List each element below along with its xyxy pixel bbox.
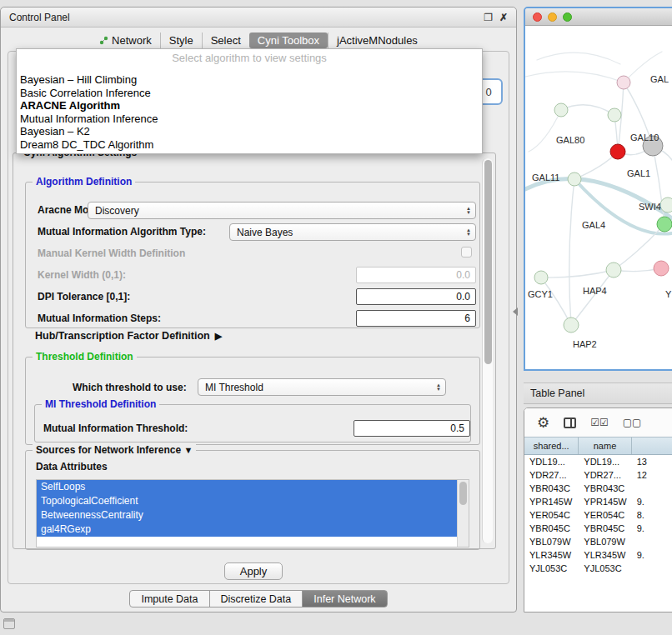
desktop: { "window": { "title": "Control Panel" }… [0,0,672,635]
column-header-name[interactable]: name [579,438,631,454]
network-canvas[interactable]: GALGAL80GAL10GAL11GAL1SWI4GAL4GCY1HAP4YH… [525,26,672,369]
minimize-traffic-light-icon[interactable] [548,12,557,22]
table-row[interactable]: YER054CYER054C8. [524,508,672,522]
node-pink-right[interactable] [654,261,669,276]
scrollbar-thumb[interactable] [484,160,492,364]
attribute-item-betweennesscentrality[interactable]: BetweennessCentrality [37,508,457,522]
table-row[interactable]: YDR27...YDR27...12 [524,468,672,482]
table-row[interactable]: YPR145WYPR145W9. [524,495,672,508]
mi-type-select[interactable]: Naive Bayes ▲▼ [229,223,476,241]
table-panel-title: Table Panel [530,388,584,399]
attribute-item-topologicalcoefficient[interactable]: TopologicalCoefficient [37,494,457,508]
network-edge [537,52,620,64]
table-cell: 9. [632,522,672,535]
table-cell: YBR043C [579,482,631,495]
bottom-tab-discretize-data[interactable]: Discretize Data [209,590,303,608]
tab-network[interactable]: Network [91,32,160,48]
table-cell: YJL053C [579,562,631,575]
node-green-2[interactable] [608,108,621,122]
network-window-titlebar [525,8,672,26]
table-row[interactable]: YJL053CYJL053C [524,562,672,575]
aracne-mode-value: Discovery [95,205,139,217]
kernel-width-field[interactable]: 0.0 [356,267,476,283]
tab-style[interactable]: Style [160,32,202,48]
network-edge [525,178,672,218]
tab-label: Network [112,34,152,47]
table-row[interactable]: YBR045CYBR045C9. [524,522,672,535]
bottom-tab-impute-data[interactable]: Impute Data [129,590,209,608]
tab-select[interactable]: Select [202,32,249,48]
algorithm-option-dream8-dc-tdc-algorithm[interactable]: Dream8 DC_TDC Algorithm [17,138,482,152]
tab-cyni-toolbox[interactable]: Cyni Toolbox [249,32,328,48]
which-threshold-select[interactable]: MI Threshold ▲▼ [198,378,446,396]
node-label-gal: GAL [650,74,669,84]
node-label-gal80: GAL80 [556,135,584,145]
node-green-1[interactable] [554,103,568,117]
table-cell: YLR345W [524,548,579,562]
restore-panel-icon[interactable] [3,618,15,629]
attribute-item-selfloops[interactable]: SelfLoops [37,480,457,494]
node-label-gal1: GAL1 [627,168,650,178]
zoom-traffic-light-icon[interactable] [563,12,572,22]
collapse-arrow-icon: ▼ [183,445,193,455]
network-edge [525,72,624,82]
algorithm-option-mutual-information-inference[interactable]: Mutual Information Inference [17,112,482,126]
mi-steps-field[interactable]: 6 [356,310,476,327]
node-green-mid[interactable] [606,262,621,278]
table-row[interactable]: YDL19...YDL19...13 [524,455,672,468]
algorithm-option-bayesian-k2[interactable]: Bayesian – K2 [17,125,482,138]
gear-icon[interactable]: ⚙ [537,414,549,432]
tab-jactivemnodules[interactable]: jActiveMNodules [328,32,426,48]
table-cell: 9. [632,548,672,562]
table-cell: YBR043C [524,482,579,495]
node-green-left[interactable] [534,271,548,284]
settings-scrollbar[interactable] [482,158,493,543]
node-red[interactable] [610,144,625,159]
algorithm-option-aracne-algorithm[interactable]: ARACNE Algorithm [17,99,482,112]
mi-threshold-group: MI Threshold Definition Mutual Informati… [34,404,471,442]
deselect-all-icon[interactable]: ▢▢ [623,417,642,428]
close-traffic-light-icon[interactable] [533,12,542,22]
data-attributes-list: SelfLoopsTopologicalCoefficientBetweenne… [36,479,469,548]
node-label-gal4: GAL4 [582,220,605,230]
mi-threshold-value: 0.5 [450,422,464,434]
spinner-value: 0 [485,86,491,98]
hub-definition-toggle[interactable]: Hub/Transcription Factor Definition ▶ [35,330,222,342]
node-green-bottom[interactable] [564,318,579,332]
kernel-width-value: 0.0 [456,269,470,281]
table-cell: YBR045C [579,522,631,535]
algorithm-option-basic-correlation-inference[interactable]: Basic Correlation Inference [17,87,482,100]
float-window-icon[interactable]: ❐ [484,12,493,23]
bottom-tab-infer-network[interactable]: Infer Network [302,590,387,608]
table-cell: YLR345W [579,548,631,562]
sources-group-toggle[interactable]: Sources for Network Inference ▼ [33,444,196,456]
splitter-collapse-arrow[interactable] [513,308,518,316]
node-green-swi4[interactable] [660,198,672,212]
mi-type-label: Mutual Information Algorithm Type: [38,226,206,238]
table-cell: YDR27... [579,468,631,482]
algorithm-option-bayesian-hill-climbing[interactable]: Bayesian – Hill Climbing [17,73,482,87]
table-row[interactable]: YBL079WYBL079W [524,535,672,548]
attributes-scrollbar[interactable] [457,480,469,547]
apply-button[interactable]: Apply [224,562,283,580]
table-row[interactable]: YBR043CYBR043C [524,482,672,495]
node-pink-top[interactable] [617,76,630,89]
close-window-icon[interactable]: ✗ [499,12,508,23]
select-all-icon[interactable]: ☑☑ [590,417,609,428]
table-row[interactable]: YLR345WYLR345W9. [524,548,672,562]
aracne-mode-select[interactable]: Discovery ▲▼ [88,202,476,219]
table-cell: 9. [632,495,672,508]
threshold-definition-legend: Threshold Definition [33,351,137,362]
manual-kernel-checkbox[interactable] [461,247,472,258]
node-label-swi4: SWI4 [639,202,661,212]
mi-threshold-field[interactable]: 0.5 [354,420,470,437]
attribute-item-gal4rgexp[interactable]: gal4RGexp [37,522,457,537]
column-header-shared[interactable]: shared... [524,438,579,454]
column-header-2[interactable] [632,438,672,454]
network-edge [653,146,664,224]
node-bright-green[interactable] [657,217,672,232]
columns-icon[interactable] [564,418,576,428]
dpi-tolerance-field[interactable]: 0.0 [356,288,476,305]
node-label-gal10: GAL10 [630,132,659,142]
node-green-3[interactable] [568,172,581,186]
